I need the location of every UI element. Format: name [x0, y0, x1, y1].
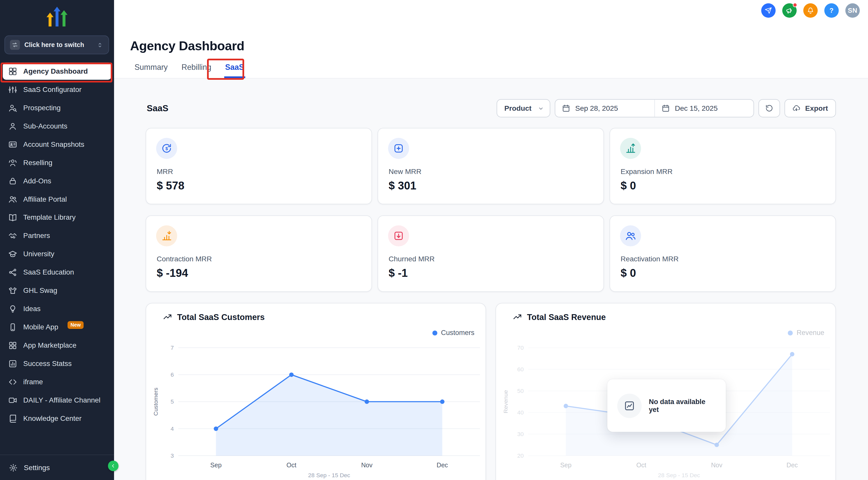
topbar-actions: ?SN — [761, 3, 860, 18]
notifications-button[interactable] — [803, 3, 818, 18]
settings-label: Settings — [24, 463, 50, 472]
legend-dot — [432, 330, 437, 335]
sidebar-item-daily-affiliate-channel[interactable]: DAILY - Affiliate Channel — [0, 391, 114, 409]
sidebar-item-sub-accounts[interactable]: Sub-Accounts — [0, 117, 114, 135]
page-title: Agency Dashboard — [130, 39, 244, 54]
stat-card-new-mrr: New MRR$ 301 — [378, 128, 604, 205]
svg-text:60: 60 — [517, 366, 524, 372]
svg-text:Sep: Sep — [560, 461, 571, 469]
sidebar-item-saas-configurator[interactable]: SaaS Configurator — [0, 80, 114, 98]
sidebar-item-success-statss[interactable]: Success Statss — [0, 354, 114, 372]
refresh-button[interactable] — [758, 99, 780, 117]
export-label: Export — [805, 104, 828, 113]
svg-text:50: 50 — [517, 388, 524, 394]
empty-state-label: No data available yet — [649, 398, 716, 413]
svg-text:5: 5 — [170, 398, 174, 405]
filter-controls: Product Sep 28, 2025 Dec 15, 2025 — [496, 99, 836, 117]
svg-text:$: $ — [165, 146, 168, 151]
chart-header: Total SaaS Revenue — [513, 312, 606, 322]
sidebar-item-partners[interactable]: Partners — [0, 227, 114, 245]
chart-box-icon — [8, 359, 17, 368]
section-header: SaaS Product Sep 28, 2025 Dec 15, 2025 — [146, 99, 836, 117]
sidebar-item-add-ons[interactable]: Add-Ons — [0, 172, 114, 190]
sidebar: Click here to switch Agency DashboardSaa… — [0, 0, 114, 480]
chart-plot: 34567SepOctNovDec28 Sep - 15 DecCustomer… — [151, 339, 482, 480]
svg-text:Oct: Oct — [286, 461, 297, 469]
sidebar-item-prospecting[interactable]: Prospecting — [0, 98, 114, 117]
chart-title: Total SaaS Customers — [177, 312, 265, 322]
start-date-input[interactable]: Sep 28, 2025 — [555, 99, 654, 117]
sidebar-item-affiliate-portal[interactable]: Affiliate Portal — [0, 190, 114, 208]
svg-text:Dec: Dec — [786, 461, 798, 469]
tab-rebilling[interactable]: Rebilling — [180, 61, 212, 78]
bars-up-icon — [620, 138, 641, 159]
sidebar-item-label: Sub-Accounts — [23, 122, 67, 130]
sidebar-item-account-snapshots[interactable]: Account Snapshots — [0, 135, 114, 153]
sidebar-item-label: Ideas — [23, 304, 41, 313]
line-chart-icon — [617, 393, 642, 418]
svg-text:40: 40 — [517, 409, 524, 416]
tab-summary[interactable]: Summary — [133, 61, 168, 78]
product-select[interactable]: Product — [496, 99, 550, 117]
stat-card-mrr: $MRR$ 578 — [146, 128, 372, 205]
chart-legend: Customers — [432, 329, 475, 337]
bars-down-icon — [156, 225, 177, 246]
whats-new-button[interactable] — [782, 3, 797, 18]
paper-plane-icon — [765, 7, 773, 14]
calendar-icon — [562, 104, 570, 113]
sidebar-item-label: Template Library — [23, 213, 76, 221]
sidebar-item-iframe[interactable]: iframe — [0, 372, 114, 391]
end-date-input[interactable]: Dec 15, 2025 — [654, 99, 753, 117]
export-button[interactable]: Export — [784, 99, 836, 117]
square-plus-icon — [388, 138, 409, 159]
chart-legend: Revenue — [788, 329, 824, 337]
sidebar-collapse-button[interactable] — [108, 461, 118, 471]
stat-label: Churned MRR — [389, 255, 603, 263]
sidebar-item-university[interactable]: University — [0, 245, 114, 263]
stat-value: $ -1 — [389, 267, 603, 280]
sidebar-item-template-library[interactable]: Template Library — [0, 208, 114, 227]
sidebar-item-mobile-app[interactable]: Mobile AppNew — [0, 318, 114, 336]
chevron-down-icon — [537, 105, 544, 112]
sidebar-item-saas-education[interactable]: SaaS Education — [0, 263, 114, 281]
sidebar-item-agency-dashboard[interactable]: Agency Dashboard — [3, 62, 111, 80]
profile-button[interactable]: SN — [845, 3, 860, 18]
legend-dot — [788, 330, 793, 335]
svg-text:Oct: Oct — [637, 461, 646, 469]
help-button[interactable]: ? — [824, 3, 839, 18]
product-select-value: Product — [504, 104, 531, 113]
updates-button[interactable] — [761, 3, 776, 18]
video-icon — [8, 396, 17, 404]
stat-label: Expansion MRR — [621, 167, 836, 176]
sidebar-item-label: Partners — [23, 231, 50, 240]
charts-row: Total SaaS CustomersCustomers34567SepOct… — [146, 303, 836, 480]
sidebar-item-app-marketplace[interactable]: App Marketplace — [0, 336, 114, 354]
chart-card-total-saas-customers: Total SaaS CustomersCustomers34567SepOct… — [146, 303, 486, 480]
app-root: Click here to switch Agency DashboardSaa… — [0, 0, 868, 480]
sidebar-item-ideas[interactable]: Ideas — [0, 299, 114, 318]
bar-config-icon — [8, 85, 17, 94]
sidebar-item-label: Affiliate Portal — [23, 195, 67, 203]
account-switcher[interactable]: Click here to switch — [4, 35, 109, 54]
sidebar-item-label: Prospecting — [23, 103, 61, 112]
box-arrow-down-icon — [388, 225, 409, 246]
sidebar-item-knowledge-center[interactable]: Knowledge Center — [0, 409, 114, 426]
user-icon — [8, 122, 17, 130]
code-icon — [8, 378, 17, 386]
sidebar-item-ghl-swag[interactable]: GHL Swag — [0, 281, 114, 299]
lightbulb-icon — [8, 304, 17, 313]
topbar: ?SN — [114, 0, 868, 23]
sidebar-item-settings[interactable]: Settings — [0, 455, 114, 480]
stat-value: $ 301 — [389, 179, 603, 192]
avatar-text: SN — [848, 7, 857, 14]
chart-header: Total SaaS Customers — [163, 312, 265, 322]
svg-text:30: 30 — [517, 431, 524, 437]
stat-label: New MRR — [389, 167, 603, 176]
sidebar-item-label: App Marketplace — [23, 341, 76, 350]
sidebar-item-reselling[interactable]: Reselling — [0, 153, 114, 172]
new-badge: New — [68, 321, 84, 329]
chart-title: Total SaaS Revenue — [527, 312, 606, 322]
stat-card-churned-mrr: Churned MRR$ -1 — [378, 215, 604, 292]
tab-saas[interactable]: SaaS — [224, 61, 245, 78]
sidebar-item-label: SaaS Configurator — [23, 85, 82, 94]
